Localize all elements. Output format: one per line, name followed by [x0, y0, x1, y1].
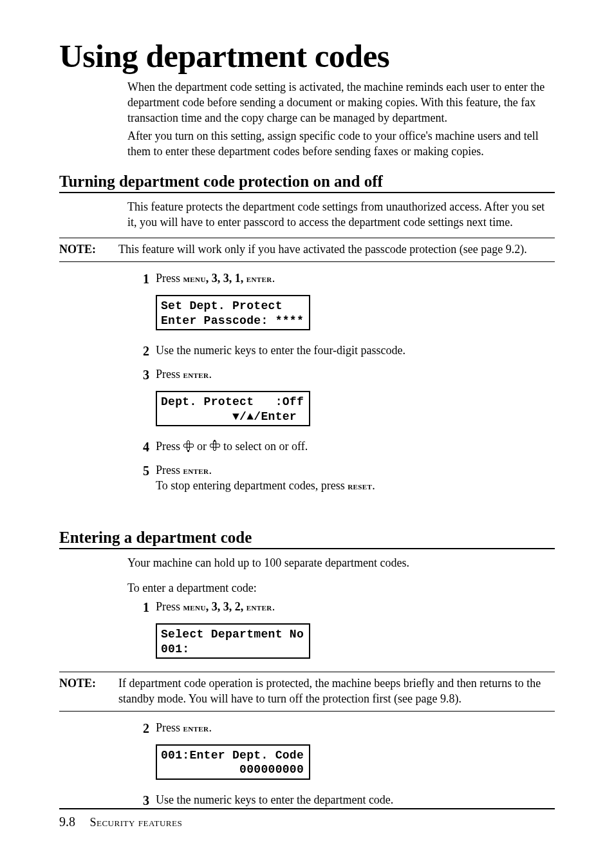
step-number: 3	[127, 367, 149, 383]
section-heading-entering: Entering a department code	[59, 529, 555, 547]
step-body: Press menu, 3, 3, 2, enter.	[156, 599, 555, 615]
step-body: Use the numeric keys to enter the depart…	[156, 793, 555, 808]
section2-intro1: Your machine can hold up to 100 separate…	[127, 556, 555, 571]
key-enter: enter	[247, 601, 272, 612]
note-block: NOTE:This feature will work only if you …	[59, 238, 555, 262]
step-body: Press enter.	[156, 721, 555, 736]
key-reset: reset	[348, 480, 372, 491]
section1-intro: This feature protects the department cod…	[127, 200, 555, 231]
intro-block: When the department code setting is acti…	[127, 80, 555, 160]
intro-para-2: After you turn on this setting, assign s…	[127, 129, 555, 160]
step-number: 4	[127, 439, 149, 455]
step-1: 1 Press menu, 3, 3, 2, enter.	[127, 599, 555, 616]
dpad-down-icon	[183, 440, 194, 451]
step-3: 3 Press enter.	[127, 367, 555, 383]
step-number: 2	[127, 721, 149, 737]
step-number: 1	[127, 599, 149, 616]
intro-para-1: When the department code setting is acti…	[127, 80, 555, 126]
key-seq: , 3, 3, 2,	[206, 600, 247, 613]
step-number: 1	[127, 271, 149, 287]
step-body: Use the numeric keys to enter the four-d…	[156, 343, 555, 359]
step-5: 5 Press enter. To stop entering departme…	[127, 463, 555, 494]
page-title: Using department codes	[59, 37, 555, 75]
step-text: Press	[156, 440, 183, 453]
step-body: Press menu, 3, 3, 1, enter.	[156, 271, 555, 287]
key-menu: menu	[183, 273, 206, 284]
step-text: Press	[156, 272, 183, 285]
step-tail: .	[272, 272, 275, 285]
key-seq: , 3, 3, 1,	[206, 272, 247, 285]
page-footer: 9.8 Security features	[59, 808, 555, 829]
step-text: to select on or off.	[221, 440, 308, 453]
note-text: This feature will work only if you have …	[118, 242, 550, 258]
lcd-display: 001:Enter Dept. Code 000000000	[156, 744, 310, 780]
step-number: 2	[127, 343, 149, 359]
step-body: Press enter.	[156, 367, 555, 382]
step-text: or	[194, 440, 210, 453]
step-text: To stop entering department codes, press	[156, 479, 348, 492]
step-text: Press	[156, 464, 183, 476]
step-tail: .	[209, 368, 212, 381]
page-number: 9.8	[59, 815, 75, 829]
chapter-label: Security features	[90, 816, 183, 829]
step-2: 2 Use the numeric keys to enter the four…	[127, 343, 555, 359]
step-text: Press	[156, 721, 183, 734]
section-heading-protection: Turning department code protection on an…	[59, 173, 555, 191]
key-enter: enter	[183, 369, 209, 380]
lcd-display: Dept. Protect :Off ▼/▲/Enter	[156, 391, 310, 426]
step-body: Press or to select on or off.	[156, 439, 555, 455]
step-tail: .	[209, 721, 212, 734]
dpad-up-icon	[210, 440, 221, 451]
step-2: 2 Press enter.	[127, 721, 555, 737]
lcd-display: Select Department No 001:	[156, 623, 310, 659]
step-body: Press enter. To stop entering department…	[156, 463, 555, 494]
step-1: 1 Press menu, 3, 3, 1, enter.	[127, 271, 555, 287]
note-label: NOTE:	[59, 676, 118, 692]
key-enter: enter	[183, 465, 209, 476]
step-text: Press	[156, 368, 183, 381]
step-tail: .	[372, 479, 375, 492]
key-enter: enter	[247, 273, 272, 284]
key-menu: menu	[183, 601, 206, 612]
step-tail: .	[272, 600, 275, 613]
section2-intro2: To enter a department code:	[127, 581, 555, 596]
key-enter: enter	[183, 722, 209, 733]
note-block: NOTE:If department code operation is pro…	[59, 672, 555, 712]
step-text: Press	[156, 600, 183, 613]
step-4: 4 Press or to select on or off.	[127, 439, 555, 455]
note-text: If department code operation is protecte…	[118, 676, 550, 707]
step-number: 5	[127, 463, 149, 479]
section-rule	[59, 548, 555, 549]
step-tail: .	[209, 464, 212, 476]
note-label: NOTE:	[59, 242, 118, 258]
step-number: 3	[127, 793, 149, 809]
lcd-display: Set Dept. Protect Enter Passcode: ****	[156, 295, 310, 330]
step-3: 3 Use the numeric keys to enter the depa…	[127, 793, 555, 809]
section-rule	[59, 192, 555, 193]
